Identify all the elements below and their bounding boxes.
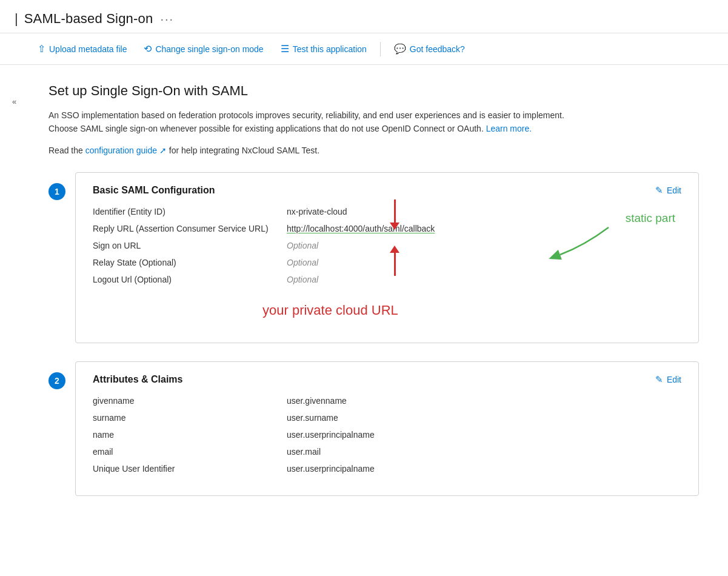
step-2-card: Attributes & Claims ✎ Edit givenname use… xyxy=(75,361,699,496)
step-1-title: Basic SAML Configuration xyxy=(93,185,215,196)
upload-metadata-button[interactable]: ⇧ Upload metadata file xyxy=(29,39,135,58)
toolbar-separator xyxy=(380,42,381,56)
step-2-fields: givenname user.givenname surname user.su… xyxy=(93,396,681,474)
field-row-identifier: Identifier (Entity ID) nx-private-cloud xyxy=(93,207,681,216)
step-1-header: Basic SAML Configuration ✎ Edit xyxy=(93,185,681,196)
field-label-name: name xyxy=(93,430,287,440)
field-value-identifier: nx-private-cloud xyxy=(287,207,681,216)
private-cloud-url-label: your private cloud URL xyxy=(262,303,398,318)
change-icon: ⟲ xyxy=(144,43,152,55)
change-sso-mode-button[interactable]: ⟲ Change single sign-on mode xyxy=(135,39,272,58)
field-row-unique-user-id: Unique User Identifier user.userprincipa… xyxy=(93,464,681,474)
step-1-number: 1 xyxy=(48,183,65,200)
field-value-email: user.mail xyxy=(287,447,681,457)
field-label-reply-url: Reply URL (Assertion Consumer Service UR… xyxy=(93,224,287,233)
field-row-name: name user.userprincipalname xyxy=(93,430,681,440)
config-guide-text: Read the configuration guide ➚ for help … xyxy=(48,146,699,155)
test-icon: ☰ xyxy=(281,43,289,55)
red-arrow-down xyxy=(390,199,399,230)
learn-more-link[interactable]: Learn more. xyxy=(486,124,532,133)
field-label-identifier: Identifier (Entity ID) xyxy=(93,207,287,216)
main-content: Set up Single Sign-On with SAML An SSO i… xyxy=(0,65,728,514)
field-label-email: email xyxy=(93,447,287,457)
page-header: | SAML-based Sign-on ··· xyxy=(0,0,728,33)
step-2-edit-button[interactable]: ✎ Edit xyxy=(655,374,681,385)
page-container: | SAML-based Sign-on ··· « ⇧ Upload meta… xyxy=(0,0,728,576)
field-label-relay-state: Relay State (Optional) xyxy=(93,258,287,267)
step-2-header: Attributes & Claims ✎ Edit xyxy=(93,374,681,385)
section-title: Set up Single Sign-On with SAML xyxy=(48,83,699,99)
step-2-row: 2 Attributes & Claims ✎ Edit givenname xyxy=(48,361,699,496)
red-arrow-up xyxy=(390,246,399,276)
upload-icon: ⇧ xyxy=(38,43,45,55)
field-row-logout-url: Logout Url (Optional) Optional xyxy=(93,275,681,284)
field-row-surname: surname user.surname xyxy=(93,413,681,423)
field-value-unique-user-id: user.userprincipalname xyxy=(287,464,681,474)
field-label-sign-on-url: Sign on URL xyxy=(93,241,287,250)
field-label-logout-url: Logout Url (Optional) xyxy=(93,275,287,284)
field-row-givenname: givenname user.givenname xyxy=(93,396,681,406)
config-guide-link[interactable]: configuration guide ➚ xyxy=(85,146,167,155)
field-label-unique-user-id: Unique User Identifier xyxy=(93,464,287,474)
field-label-surname: surname xyxy=(93,413,287,423)
page-title: SAML-based Sign-on xyxy=(24,11,153,27)
test-application-button[interactable]: ☰ Test this application xyxy=(272,39,375,58)
field-row-email: email user.mail xyxy=(93,447,681,457)
edit-icon-2: ✎ xyxy=(655,374,663,385)
field-value-name: user.userprincipalname xyxy=(287,430,681,440)
header-dots: ··· xyxy=(160,12,174,26)
description-text: An SSO implementation based on federatio… xyxy=(48,109,594,136)
green-arrow-svg xyxy=(548,221,645,264)
step-2-title: Attributes & Claims xyxy=(93,374,182,385)
step-2-number: 2 xyxy=(48,372,65,389)
field-value-surname: user.surname xyxy=(287,413,681,423)
step-1-edit-button[interactable]: ✎ Edit xyxy=(655,185,681,196)
feedback-button[interactable]: 💬 Got feedback? xyxy=(386,39,473,58)
feedback-icon: 💬 xyxy=(394,43,406,55)
header-bar-icon: | xyxy=(15,11,18,27)
edit-icon-1: ✎ xyxy=(655,185,663,196)
toolbar: « ⇧ Upload metadata file ⟲ Change single… xyxy=(0,33,728,65)
static-part-label: static part xyxy=(626,212,675,225)
field-label-givenname: givenname xyxy=(93,396,287,406)
step-1-card: Basic SAML Configuration ✎ Edit xyxy=(75,172,699,343)
steps-container: 1 Basic SAML Configuration ✎ Edit xyxy=(48,172,699,496)
step-1-row: 1 Basic SAML Configuration ✎ Edit xyxy=(48,172,699,343)
field-value-givenname: user.givenname xyxy=(287,396,681,406)
field-value-logout-url: Optional xyxy=(287,275,681,284)
step-1-fields: Identifier (Entity ID) nx-private-cloud … xyxy=(93,207,681,284)
